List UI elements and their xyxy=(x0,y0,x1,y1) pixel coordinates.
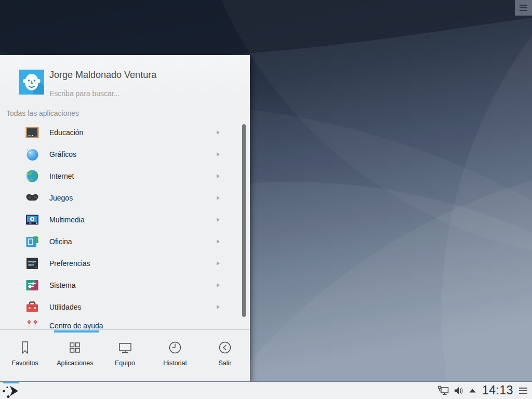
submenu-arrow-icon xyxy=(217,196,220,200)
submenu-arrow-icon xyxy=(217,130,220,135)
games-gamepad-icon xyxy=(25,191,39,205)
tab-label: Favoritos xyxy=(11,360,38,367)
app-category-list: Educación Gráficos xyxy=(0,122,250,330)
hamburger-icon xyxy=(520,5,527,6)
tab-salir[interactable]: Salir xyxy=(200,330,250,381)
submenu-arrow-icon xyxy=(217,218,220,222)
submenu-arrow-icon xyxy=(217,261,220,265)
bookmark-icon xyxy=(17,340,33,355)
digital-clock[interactable]: 14:13 xyxy=(482,383,513,397)
submenu-arrow-icon xyxy=(217,240,220,244)
search-input[interactable]: Escriba para buscar... xyxy=(49,89,119,98)
desktop-toolbox-button[interactable] xyxy=(515,0,532,16)
taskbar-panel: 14:13 xyxy=(0,381,532,399)
category-label: Preferencias xyxy=(49,259,90,268)
tab-historial[interactable]: Historial xyxy=(150,330,200,381)
submenu-arrow-icon xyxy=(217,283,220,287)
graphics-sphere-icon xyxy=(25,147,39,162)
internet-globe-icon xyxy=(25,169,39,183)
leave-icon xyxy=(217,340,233,355)
category-label: Sistema xyxy=(49,281,76,289)
category-label: Multimedia xyxy=(49,216,85,224)
tab-equipo[interactable]: Equipo xyxy=(100,330,150,381)
launcher-tab-bar: Favoritos Aplicaciones Equipo xyxy=(0,330,250,381)
category-item-multimedia[interactable]: Multimedia xyxy=(0,209,250,231)
category-label: Utilidades xyxy=(49,303,81,311)
category-item-sistema[interactable]: Sistema xyxy=(0,274,250,296)
network-tray-icon[interactable] xyxy=(437,385,449,396)
system-tray: 14:13 xyxy=(437,383,532,397)
preferences-sliders-icon xyxy=(25,256,39,271)
tab-favoritos[interactable]: Favoritos xyxy=(0,330,50,381)
category-item-preferencias[interactable]: Preferencias xyxy=(0,252,250,274)
category-item-centro-de-ayuda[interactable]: Centro de ayuda xyxy=(0,315,250,330)
office-documents-icon xyxy=(25,234,39,249)
user-name: Jorge Maldonado Ventura xyxy=(49,70,156,81)
app-launcher-button[interactable] xyxy=(0,382,24,399)
computer-icon xyxy=(117,340,133,355)
category-item-graficos[interactable]: Gráficos xyxy=(0,143,250,165)
submenu-arrow-icon xyxy=(217,174,220,178)
tab-label: Aplicaciones xyxy=(57,360,93,367)
system-sliders-icon xyxy=(25,278,39,292)
user-avatar[interactable] xyxy=(19,70,44,95)
application-launcher-popup: Jorge Maldonado Ventura Escriba para bus… xyxy=(0,55,250,381)
volume-tray-icon[interactable] xyxy=(453,385,464,396)
category-item-educacion[interactable]: Educación xyxy=(0,122,250,143)
tab-label: Equipo xyxy=(115,360,135,367)
plasma-logo-icon xyxy=(1,383,22,399)
category-item-oficina[interactable]: Oficina xyxy=(0,231,250,252)
desktop: Jorge Maldonado Ventura Escriba para bus… xyxy=(0,0,532,399)
category-label: Educación xyxy=(49,128,83,137)
category-label: Gráficos xyxy=(49,150,76,158)
education-chalkboard-icon xyxy=(25,125,39,140)
category-item-juegos[interactable]: Juegos xyxy=(0,187,250,209)
history-clock-icon xyxy=(167,340,183,355)
submenu-arrow-icon xyxy=(217,305,220,309)
help-center-icon xyxy=(25,318,39,330)
category-label: Oficina xyxy=(49,237,72,246)
category-label: Internet xyxy=(49,172,74,180)
category-item-internet[interactable]: Internet xyxy=(0,165,250,187)
tray-expander-arrow-icon[interactable] xyxy=(468,387,477,394)
scrollbar[interactable] xyxy=(242,124,246,317)
multimedia-player-icon xyxy=(25,212,39,227)
apps-grid-icon xyxy=(67,340,83,355)
submenu-arrow-icon xyxy=(217,152,220,156)
utilities-toolbox-icon xyxy=(25,300,39,314)
tab-label: Salir xyxy=(218,360,231,367)
panel-menu-hamburger-icon[interactable] xyxy=(518,387,528,395)
category-label: Centro de ayuda xyxy=(49,322,103,330)
tab-aplicaciones[interactable]: Aplicaciones xyxy=(50,330,100,381)
section-label: Todas las aplicaciones xyxy=(6,109,79,117)
category-label: Juegos xyxy=(49,194,73,202)
tab-label: Historial xyxy=(163,360,187,367)
